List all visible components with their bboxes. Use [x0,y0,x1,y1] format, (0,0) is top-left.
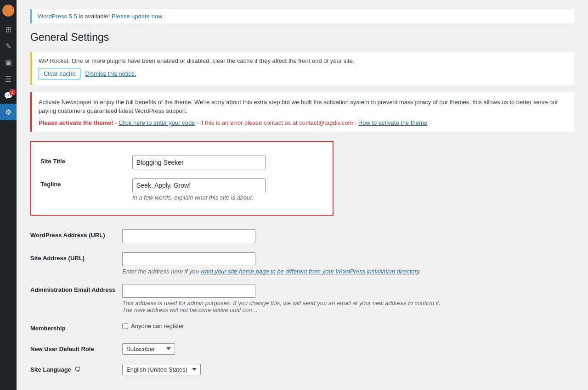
membership-checkbox-label[interactable]: Anyone can register [122,323,444,329]
new-user-role-select[interactable]: Subscriber Contributor Author Editor Adm… [122,343,175,355]
site-address-desc-suffix: . [419,268,421,275]
dismiss-notice-link[interactable]: Dismiss this notice. [85,70,136,77]
site-language-label-text: Site Language [30,366,71,373]
admin-email-cell: This address is used for admin purposes.… [122,279,444,318]
update-now-link[interactable]: Please update now [112,13,162,20]
site-language-row: Site Language 🗨 English (United States) … [30,359,444,380]
tagline-cell: In a few words, explain what this site i… [132,174,323,206]
site-address-desc-link[interactable]: want your site home page to be different… [201,268,419,275]
site-language-cell: English (United States) English (UK) Esp… [122,359,444,380]
membership-row: Membership Anyone can register [30,318,444,339]
tagline-input[interactable] [132,178,266,192]
membership-cell: Anyone can register [122,318,444,339]
activate-prefix: Please activate the theme! [39,119,113,126]
admin-email-description: This address is used for admin purposes.… [122,300,444,313]
settings-icon: ⚙ [5,108,11,117]
rocket-notice-actions: Clear cache Dismiss this notice. [39,68,568,79]
theme-activation-notice: Activate Newspaper to enjoy the full ben… [30,92,574,132]
membership-checkbox[interactable] [122,323,128,329]
site-title-label: Site Title [40,151,132,174]
sep2: - if this is an error please contact us … [195,119,358,126]
site-address-description: Enter the address here if you want your … [122,268,444,275]
new-user-role-cell: Subscriber Contributor Author Editor Adm… [122,339,444,359]
admin-email-row: Administration Email Address This addres… [30,279,444,318]
site-language-label: Site Language 🗨 [30,359,122,380]
tagline-description: In a few words, explain what this site i… [132,194,323,201]
sidebar: ⊞ ✎ ▣ ☰ 💬 1 ⚙ [0,0,17,390]
media-icon: ▣ [5,58,12,67]
rocket-notice-message: WP Rocket: One or more plugins have been… [39,57,568,64]
clear-cache-button[interactable]: Clear cache [39,68,80,79]
sidebar-item-pages[interactable]: ☰ [0,71,17,87]
update-notice-text: is available! [77,13,112,20]
wp-address-cell [122,225,444,248]
site-address-label: Site Address (URL) [30,248,122,279]
how-activate-link[interactable]: How to activate the theme [358,119,427,126]
wp-version-link[interactable]: WordPress 5.5 [38,13,77,20]
update-notice: WordPress 5.5 is available! Please updat… [30,9,574,23]
site-address-input[interactable] [122,252,255,266]
membership-label: Membership [30,318,122,339]
main-content: WordPress 5.5 is available! Please updat… [17,0,588,390]
theme-activate-line: Please activate the theme! - Click here … [39,119,568,126]
theme-notice-message: Activate Newspaper to enjoy the full ben… [39,98,568,116]
translate-icon: 🗨 [74,366,80,373]
dashboard-icon: ⊞ [6,25,11,34]
posts-icon: ✎ [6,42,11,50]
wp-address-row: WordPress Address (URL) [30,225,444,248]
sidebar-item-posts[interactable]: ✎ [0,38,17,54]
avatar [2,5,14,17]
wp-address-label: WordPress Address (URL) [30,225,122,248]
site-language-select[interactable]: English (United States) English (UK) Esp… [122,364,201,375]
wp-address-input[interactable] [122,229,255,243]
site-address-row: Site Address (URL) Enter the address her… [30,248,444,279]
new-user-role-label: New User Default Role [30,339,122,359]
new-user-role-row: New User Default Role Subscriber Contrib… [30,339,444,359]
enter-code-link[interactable]: Click here to enter your code [119,119,195,126]
site-address-cell: Enter the address here if you want your … [122,248,444,279]
site-title-cell [132,151,323,174]
tagline-row: Tagline In a few words, explain what thi… [40,174,323,206]
sep1: - [113,119,119,126]
tagline-label: Tagline [40,174,132,206]
page-title: General Settings [30,31,574,45]
comments-badge: 1 [9,89,16,95]
membership-checkbox-text: Anyone can register [131,323,184,329]
site-title-tagline-table: Site Title Tagline In a few words, expla… [40,151,323,206]
site-title-input[interactable] [132,156,266,169]
update-period: . [162,13,164,20]
site-title-tagline-section: Site Title Tagline In a few words, expla… [30,141,334,216]
site-title-row: Site Title [40,151,323,174]
admin-email-label: Administration Email Address [30,279,122,318]
sidebar-item-comments[interactable]: 💬 1 [0,87,17,104]
pages-icon: ☰ [5,75,11,84]
sidebar-item-media[interactable]: ▣ [0,54,17,71]
sidebar-item-settings[interactable]: ⚙ [0,104,17,120]
site-address-desc-prefix: Enter the address here if you [122,268,201,275]
rocket-notice: WP Rocket: One or more plugins have been… [30,52,574,85]
general-settings-table: WordPress Address (URL) Site Address (UR… [30,225,444,380]
admin-email-input[interactable] [122,284,255,298]
sidebar-item-dashboard[interactable]: ⊞ [0,21,17,38]
